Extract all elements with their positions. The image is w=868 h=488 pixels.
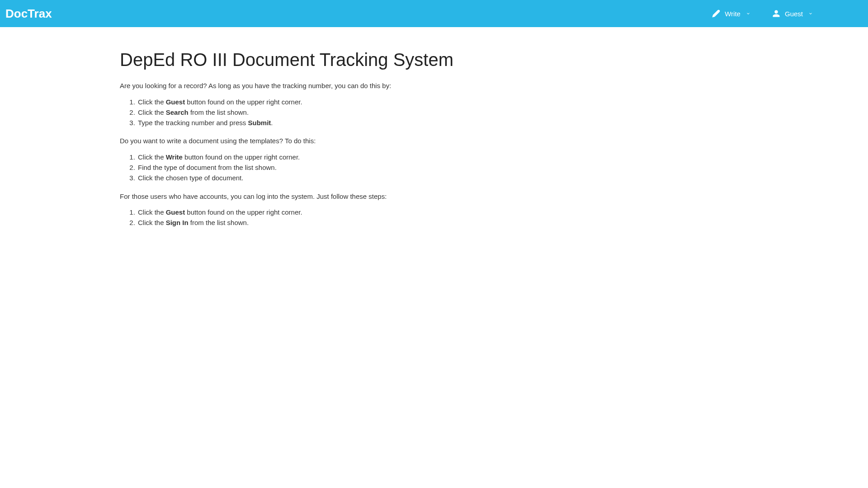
main-content: DepEd RO III Document Tracking System Ar…: [111, 27, 545, 254]
list-item: Click the Sign In from the list shown.: [137, 217, 536, 228]
brand-logo[interactable]: DocTrax: [5, 7, 52, 21]
list-item: Click the Guest button found on the uppe…: [137, 97, 536, 107]
header: DocTrax Write Guest: [0, 0, 868, 27]
list-item: Find the type of document from the list …: [137, 162, 536, 173]
section2-steps: Click the Write button found on the uppe…: [137, 152, 536, 183]
list-item: Type the tracking number and press Submi…: [137, 117, 536, 128]
chevron-down-icon: [746, 11, 750, 16]
pencil-icon: [712, 9, 720, 18]
nav-right: Write Guest: [712, 9, 863, 18]
user-icon: [772, 9, 780, 18]
list-item: Click the Search from the list shown.: [137, 107, 536, 117]
chevron-down-icon: [808, 11, 813, 16]
section3-steps: Click the Guest button found on the uppe…: [137, 207, 536, 228]
list-item: Click the chosen type of document.: [137, 173, 536, 183]
section1-intro: Are you looking for a record? As long as…: [120, 81, 536, 91]
section2-intro: Do you want to write a document using th…: [120, 136, 536, 146]
section1-steps: Click the Guest button found on the uppe…: [137, 97, 536, 128]
guest-label: Guest: [785, 10, 803, 18]
section3-intro: For those users who have accounts, you c…: [120, 192, 536, 202]
write-menu[interactable]: Write: [712, 9, 750, 18]
write-label: Write: [725, 10, 741, 18]
page-title: DepEd RO III Document Tracking System: [120, 50, 536, 70]
guest-menu[interactable]: Guest: [772, 9, 813, 18]
list-item: Click the Guest button found on the uppe…: [137, 207, 536, 217]
list-item: Click the Write button found on the uppe…: [137, 152, 536, 162]
